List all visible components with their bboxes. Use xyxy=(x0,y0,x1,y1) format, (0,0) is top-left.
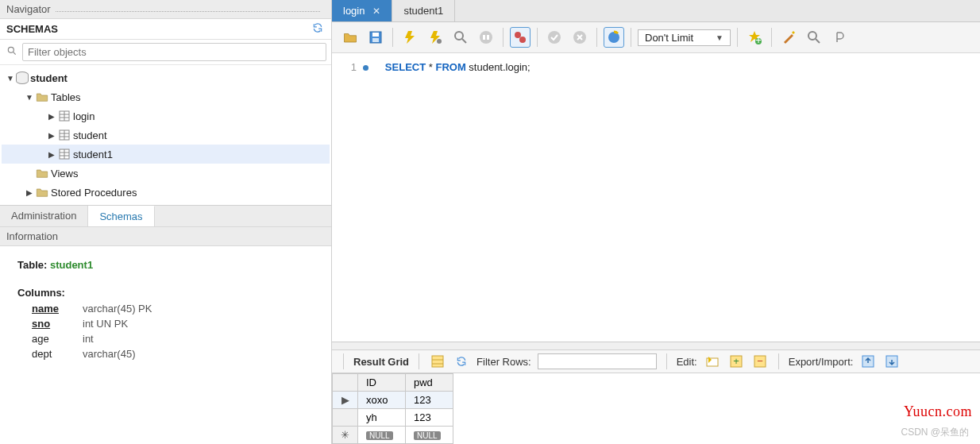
tree-views-folder[interactable]: ▶ Views xyxy=(2,164,330,183)
tree-label: Tables xyxy=(51,91,81,103)
grid-view-icon[interactable] xyxy=(429,353,446,369)
editor-code[interactable]: SELECT * FROM student.login; xyxy=(376,60,980,342)
watermark-csdn: CSDN @呆鱼的 xyxy=(901,426,969,439)
toggle-invisible-button[interactable] xyxy=(829,27,850,48)
tab-administration[interactable]: Administration xyxy=(0,206,88,226)
svg-text:+: + xyxy=(733,355,739,367)
chevron-right-icon[interactable]: ▶ xyxy=(46,112,57,121)
filter-rows-input[interactable] xyxy=(538,353,657,369)
grid-row[interactable]: yh 123 xyxy=(333,409,453,427)
explain-button[interactable] xyxy=(450,27,471,48)
column-name: sno xyxy=(32,317,70,332)
grid-new-row[interactable]: ✳ NULL NULL xyxy=(333,427,453,444)
breakpoint-dot-icon[interactable] xyxy=(363,65,368,71)
tab-schemas[interactable]: Schemas xyxy=(88,206,154,226)
commit-button[interactable] xyxy=(544,27,565,48)
editor-tabs: login ✕ student1 xyxy=(332,0,980,22)
tree-label: student xyxy=(73,129,107,141)
find-button[interactable] xyxy=(804,27,824,48)
grid-cell[interactable]: 123 xyxy=(406,409,453,427)
execute-button[interactable] xyxy=(399,27,420,48)
stop-button[interactable] xyxy=(476,27,496,48)
editor-gutter: 1 xyxy=(332,60,376,342)
close-icon[interactable]: ✕ xyxy=(372,6,380,17)
edit-row-icon[interactable] xyxy=(704,353,721,369)
favorite-button[interactable]: + xyxy=(744,27,765,48)
chevron-down-icon[interactable]: ▼ xyxy=(24,93,35,102)
result-grid[interactable]: ID pwd ▶ xoxo 123 yh 123 ✳ NULL NULL xyxy=(332,373,453,444)
grid-cell-null[interactable]: NULL xyxy=(358,427,406,444)
column-row: namevarchar(45) PK xyxy=(32,302,314,317)
row-cursor-icon[interactable]: ▶ xyxy=(333,392,358,409)
navigator-panel: Navigator SCHEMAS ▼ student ▼ Tables ▶ xyxy=(0,0,332,444)
beautify-button[interactable] xyxy=(778,27,799,48)
add-row-icon[interactable]: + xyxy=(727,353,745,369)
svg-point-23 xyxy=(515,32,521,38)
refresh-icon[interactable] xyxy=(312,22,323,36)
sql-editor[interactable]: 1 SELECT * FROM student.login; xyxy=(332,53,980,342)
grid-cell[interactable]: yh xyxy=(358,409,406,427)
toggle-autocommit-button[interactable] xyxy=(510,27,531,48)
import-icon[interactable] xyxy=(883,353,901,369)
filter-objects-input[interactable] xyxy=(22,43,326,61)
column-type: varchar(45) xyxy=(83,347,135,362)
refresh-icon[interactable] xyxy=(453,353,470,369)
toggle-limit-button[interactable] xyxy=(604,27,624,48)
export-icon[interactable] xyxy=(859,353,877,369)
tree-sp-folder[interactable]: ▶ Stored Procedures xyxy=(2,183,330,202)
toolbar-separator xyxy=(778,353,779,369)
grid-cell[interactable]: 123 xyxy=(406,392,453,409)
limit-label: Don't Limit xyxy=(645,32,693,44)
editor-tab-label: student1 xyxy=(403,5,443,17)
code-text: * xyxy=(426,61,435,73)
grid-cell-null[interactable]: NULL xyxy=(406,427,453,444)
column-header[interactable]: ID xyxy=(358,374,406,392)
editor-tab-label: login xyxy=(343,5,365,17)
grid-row[interactable]: ▶ xoxo 123 xyxy=(333,392,453,409)
new-row-icon[interactable]: ✳ xyxy=(333,427,358,444)
result-grid-label: Result Grid xyxy=(353,356,409,368)
tree-tables-folder[interactable]: ▼ Tables xyxy=(2,87,330,106)
toolbar-separator xyxy=(596,28,597,47)
svg-line-19 xyxy=(462,39,466,43)
column-header[interactable]: pwd xyxy=(406,374,453,392)
toolbar-separator xyxy=(771,28,772,47)
open-file-button[interactable] xyxy=(340,27,361,48)
sql-toolbar: Don't Limit ▼ + xyxy=(332,22,980,53)
svg-line-1 xyxy=(13,52,15,54)
info-table-prefix: Table: xyxy=(17,259,50,271)
pane-divider[interactable] xyxy=(332,342,980,349)
watermark-brand: Yuucn.com xyxy=(904,403,972,420)
svg-rect-16 xyxy=(372,38,379,42)
tree-table-student[interactable]: ▶ student xyxy=(2,125,330,145)
chevron-right-icon[interactable]: ▶ xyxy=(46,131,57,140)
svg-point-17 xyxy=(437,39,442,44)
code-line[interactable]: SELECT * FROM student.login; xyxy=(376,60,980,75)
chevron-down-icon[interactable]: ▼ xyxy=(5,74,16,83)
chevron-right-icon[interactable]: ▶ xyxy=(24,188,35,197)
execute-step-button[interactable] xyxy=(425,27,446,48)
tree-db-student[interactable]: ▼ student xyxy=(2,68,330,87)
database-icon xyxy=(16,71,29,84)
column-type: int xyxy=(83,332,94,347)
save-button[interactable] xyxy=(365,27,386,48)
row-header[interactable] xyxy=(333,409,358,427)
header-dots xyxy=(56,11,320,12)
folder-icon xyxy=(35,185,49,199)
rollback-button[interactable] xyxy=(569,27,590,48)
toolbar-separator xyxy=(666,353,667,369)
schema-tree[interactable]: ▼ student ▼ Tables ▶ login ▶ student xyxy=(0,65,331,205)
chevron-right-icon[interactable]: ▶ xyxy=(46,150,57,159)
limit-rows-select[interactable]: Don't Limit ▼ xyxy=(638,29,731,46)
editor-panel: login ✕ student1 Don't Limit ▼ + xyxy=(332,0,980,444)
null-badge: NULL xyxy=(414,431,441,440)
delete-row-icon[interactable]: − xyxy=(751,353,769,369)
tree-table-login[interactable]: ▶ login xyxy=(2,106,330,125)
column-row: deptvarchar(45) xyxy=(32,347,314,362)
grid-cell[interactable]: xoxo xyxy=(358,392,406,409)
info-columns-title: Columns: xyxy=(17,287,314,299)
tree-table-student1[interactable]: ▶ student1 xyxy=(2,145,330,164)
editor-tab-login[interactable]: login ✕ xyxy=(332,0,392,21)
svg-text:+: + xyxy=(755,34,762,44)
editor-tab-student1[interactable]: student1 xyxy=(392,0,455,21)
